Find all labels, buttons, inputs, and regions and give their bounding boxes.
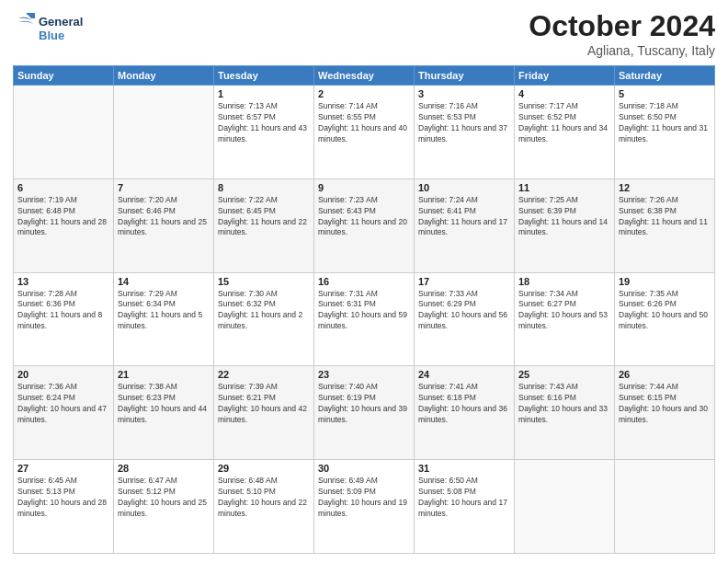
calendar-week-row: 1Sunrise: 7:13 AMSunset: 6:57 PMDaylight… — [14, 86, 715, 179]
day-info: Sunrise: 6:47 AMSunset: 5:12 PMDaylight:… — [118, 476, 210, 520]
day-info: Sunrise: 6:49 AMSunset: 5:09 PMDaylight:… — [318, 476, 410, 520]
day-info: Sunrise: 6:50 AMSunset: 5:08 PMDaylight:… — [418, 476, 510, 520]
calendar-cell — [114, 86, 214, 179]
day-info: Sunrise: 7:31 AMSunset: 6:31 PMDaylight:… — [318, 289, 410, 333]
calendar-cell: 29Sunrise: 6:48 AMSunset: 5:10 PMDayligh… — [214, 460, 314, 554]
calendar-cell: 16Sunrise: 7:31 AMSunset: 6:31 PMDayligh… — [314, 272, 415, 366]
header-saturday: Saturday — [615, 66, 715, 86]
calendar-table: Sunday Monday Tuesday Wednesday Thursday… — [13, 65, 715, 554]
day-info: Sunrise: 7:39 AMSunset: 6:21 PMDaylight:… — [218, 382, 310, 426]
page: General Blue October 2024 Agliana, Tusca… — [0, 0, 728, 563]
day-number: 30 — [318, 463, 410, 474]
calendar-week-row: 6Sunrise: 7:19 AMSunset: 6:48 PMDaylight… — [14, 178, 715, 272]
calendar-cell: 20Sunrise: 7:36 AMSunset: 6:24 PMDayligh… — [14, 366, 114, 460]
day-number: 3 — [418, 88, 510, 99]
day-number: 15 — [218, 276, 310, 287]
day-info: Sunrise: 7:16 AMSunset: 6:53 PMDaylight:… — [418, 101, 510, 145]
calendar-cell: 13Sunrise: 7:28 AMSunset: 6:36 PMDayligh… — [14, 272, 114, 366]
day-info: Sunrise: 7:22 AMSunset: 6:45 PMDaylight:… — [218, 195, 310, 239]
day-number: 17 — [418, 276, 510, 287]
calendar-cell: 14Sunrise: 7:29 AMSunset: 6:34 PMDayligh… — [114, 272, 214, 366]
day-number: 13 — [17, 276, 109, 287]
day-number: 14 — [118, 276, 210, 287]
day-number: 28 — [118, 463, 210, 474]
day-number: 6 — [17, 182, 109, 193]
calendar-cell — [515, 460, 615, 554]
day-number: 9 — [318, 182, 410, 193]
calendar-cell: 25Sunrise: 7:43 AMSunset: 6:16 PMDayligh… — [515, 366, 615, 460]
calendar-week-row: 13Sunrise: 7:28 AMSunset: 6:36 PMDayligh… — [14, 272, 715, 366]
day-info: Sunrise: 7:19 AMSunset: 6:48 PMDaylight:… — [17, 195, 109, 239]
day-number: 10 — [418, 182, 510, 193]
location-title: Agliana, Tuscany, Italy — [529, 43, 715, 58]
header-wednesday: Wednesday — [314, 66, 415, 86]
calendar-cell: 3Sunrise: 7:16 AMSunset: 6:53 PMDaylight… — [415, 86, 515, 179]
day-number: 23 — [318, 369, 410, 380]
day-info: Sunrise: 7:24 AMSunset: 6:41 PMDaylight:… — [418, 195, 510, 239]
day-info: Sunrise: 7:41 AMSunset: 6:18 PMDaylight:… — [418, 382, 510, 426]
header-tuesday: Tuesday — [214, 66, 314, 86]
day-info: Sunrise: 7:13 AMSunset: 6:57 PMDaylight:… — [218, 101, 310, 145]
svg-text:Blue: Blue — [39, 29, 64, 42]
calendar-cell — [615, 460, 715, 554]
day-info: Sunrise: 7:14 AMSunset: 6:55 PMDaylight:… — [318, 101, 410, 145]
calendar-week-row: 27Sunrise: 6:45 AMSunset: 5:13 PMDayligh… — [14, 460, 715, 554]
calendar-cell: 8Sunrise: 7:22 AMSunset: 6:45 PMDaylight… — [214, 178, 314, 272]
general-blue-logo: General Blue — [13, 9, 96, 46]
day-number: 20 — [17, 369, 109, 380]
weekday-header-row: Sunday Monday Tuesday Wednesday Thursday… — [14, 66, 715, 86]
calendar-cell: 11Sunrise: 7:25 AMSunset: 6:39 PMDayligh… — [515, 178, 615, 272]
day-info: Sunrise: 7:20 AMSunset: 6:46 PMDaylight:… — [118, 195, 210, 239]
calendar-cell: 27Sunrise: 6:45 AMSunset: 5:13 PMDayligh… — [14, 460, 114, 554]
calendar-cell: 12Sunrise: 7:26 AMSunset: 6:38 PMDayligh… — [615, 178, 715, 272]
calendar-week-row: 20Sunrise: 7:36 AMSunset: 6:24 PMDayligh… — [14, 366, 715, 460]
day-number: 25 — [518, 369, 610, 380]
svg-text:General: General — [39, 15, 83, 29]
header: General Blue October 2024 Agliana, Tusca… — [13, 9, 715, 58]
calendar-cell: 23Sunrise: 7:40 AMSunset: 6:19 PMDayligh… — [314, 366, 415, 460]
calendar-cell: 4Sunrise: 7:17 AMSunset: 6:52 PMDaylight… — [515, 86, 615, 179]
calendar-cell: 1Sunrise: 7:13 AMSunset: 6:57 PMDaylight… — [214, 86, 314, 179]
calendar-cell: 10Sunrise: 7:24 AMSunset: 6:41 PMDayligh… — [415, 178, 515, 272]
day-info: Sunrise: 6:45 AMSunset: 5:13 PMDaylight:… — [17, 476, 109, 520]
day-number: 27 — [17, 463, 109, 474]
calendar-cell: 28Sunrise: 6:47 AMSunset: 5:12 PMDayligh… — [114, 460, 214, 554]
day-number: 21 — [118, 369, 210, 380]
day-info: Sunrise: 6:48 AMSunset: 5:10 PMDaylight:… — [218, 476, 310, 520]
day-info: Sunrise: 7:29 AMSunset: 6:34 PMDaylight:… — [118, 289, 210, 333]
calendar-cell — [14, 86, 114, 179]
day-info: Sunrise: 7:26 AMSunset: 6:38 PMDaylight:… — [619, 195, 711, 239]
day-info: Sunrise: 7:36 AMSunset: 6:24 PMDaylight:… — [17, 382, 109, 426]
calendar-cell: 15Sunrise: 7:30 AMSunset: 6:32 PMDayligh… — [214, 272, 314, 366]
calendar-cell: 19Sunrise: 7:35 AMSunset: 6:26 PMDayligh… — [615, 272, 715, 366]
day-info: Sunrise: 7:30 AMSunset: 6:32 PMDaylight:… — [218, 289, 310, 333]
calendar-cell: 26Sunrise: 7:44 AMSunset: 6:15 PMDayligh… — [615, 366, 715, 460]
calendar-cell: 2Sunrise: 7:14 AMSunset: 6:55 PMDaylight… — [314, 86, 415, 179]
day-number: 5 — [619, 88, 711, 99]
header-monday: Monday — [114, 66, 214, 86]
day-number: 1 — [218, 88, 310, 99]
title-block: October 2024 Agliana, Tuscany, Italy — [529, 9, 715, 58]
day-info: Sunrise: 7:18 AMSunset: 6:50 PMDaylight:… — [619, 101, 711, 145]
calendar-cell: 31Sunrise: 6:50 AMSunset: 5:08 PMDayligh… — [415, 460, 515, 554]
day-info: Sunrise: 7:28 AMSunset: 6:36 PMDaylight:… — [17, 289, 109, 333]
day-number: 22 — [218, 369, 310, 380]
calendar-cell: 6Sunrise: 7:19 AMSunset: 6:48 PMDaylight… — [14, 178, 114, 272]
day-number: 31 — [418, 463, 510, 474]
day-number: 11 — [518, 182, 610, 193]
month-year-title: October 2024 — [529, 9, 715, 43]
calendar-cell: 21Sunrise: 7:38 AMSunset: 6:23 PMDayligh… — [114, 366, 214, 460]
logo: General Blue — [13, 9, 96, 46]
day-number: 24 — [418, 369, 510, 380]
header-thursday: Thursday — [415, 66, 515, 86]
day-info: Sunrise: 7:25 AMSunset: 6:39 PMDaylight:… — [518, 195, 610, 239]
day-number: 29 — [218, 463, 310, 474]
day-info: Sunrise: 7:17 AMSunset: 6:52 PMDaylight:… — [518, 101, 610, 145]
day-info: Sunrise: 7:40 AMSunset: 6:19 PMDaylight:… — [318, 382, 410, 426]
header-friday: Friday — [515, 66, 615, 86]
calendar-cell: 18Sunrise: 7:34 AMSunset: 6:27 PMDayligh… — [515, 272, 615, 366]
calendar-cell: 24Sunrise: 7:41 AMSunset: 6:18 PMDayligh… — [415, 366, 515, 460]
day-number: 16 — [318, 276, 410, 287]
day-number: 7 — [118, 182, 210, 193]
day-info: Sunrise: 7:38 AMSunset: 6:23 PMDaylight:… — [118, 382, 210, 426]
